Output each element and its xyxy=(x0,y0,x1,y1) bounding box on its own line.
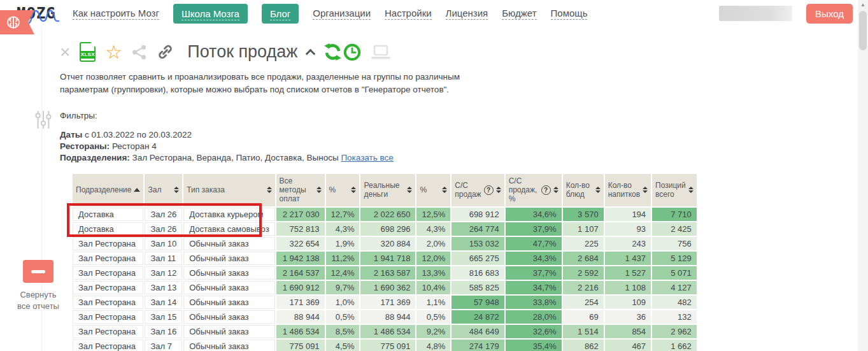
column-header-10[interactable]: Кол-во напитков xyxy=(605,174,651,206)
cell-value: 2 592 xyxy=(563,266,604,280)
cell-text: Зал Ресторана xyxy=(73,340,143,351)
cell-value: 482 xyxy=(652,296,697,309)
table-row[interactable]: Зал РесторанаЗал 14Обычный заказ171 3691… xyxy=(73,296,697,309)
nav-item-6[interactable]: Бюджет xyxy=(502,8,536,20)
cell-value: 2,0% xyxy=(416,237,450,250)
cell-value: 12,5% xyxy=(416,208,450,221)
cell-value: 69 xyxy=(563,310,604,324)
table-row[interactable]: ДоставкаЗал 26Доставка курьером2 217 030… xyxy=(73,208,697,221)
table-row[interactable]: Зал РесторанаЗал 15Обычный заказ88 9440,… xyxy=(73,310,697,324)
cell-value: 1 108 xyxy=(605,281,651,294)
share-icon[interactable] xyxy=(132,45,147,60)
help-icon[interactable]: ? xyxy=(484,185,494,195)
column-label: С/С продаж xyxy=(455,181,481,199)
sort-icon[interactable] xyxy=(351,187,356,193)
refresh-schedule-control[interactable] xyxy=(324,43,361,61)
column-header-8[interactable]: С/С продаж, %? xyxy=(506,174,562,206)
table-row[interactable]: Зал РесторанаЗал 11Обычный заказ1 942 13… xyxy=(73,252,697,265)
cell-value: 13,3% xyxy=(416,266,450,280)
sort-icon[interactable] xyxy=(595,187,601,193)
cell-value: 1 690 362 xyxy=(360,281,415,294)
nav-item-5[interactable]: Лицензия xyxy=(446,8,488,20)
cell-text: Зал Ресторана xyxy=(73,266,143,280)
table-row[interactable]: Зал РесторанаЗал 13Обычный заказ1 690 91… xyxy=(73,281,697,294)
sort-icon[interactable] xyxy=(267,187,272,193)
column-header-4[interactable]: % xyxy=(326,174,360,206)
nav-item-2[interactable]: Блог xyxy=(262,4,299,24)
link-icon[interactable] xyxy=(157,43,174,61)
column-label: % xyxy=(420,185,439,194)
cell-text: Зал Ресторана xyxy=(73,252,143,265)
export-xlsx-icon[interactable]: XLSX xyxy=(80,42,96,62)
filters-heading: Фильтры: xyxy=(60,111,853,120)
show-all-link[interactable]: Показать все xyxy=(341,153,393,162)
cell-value: 2 962 xyxy=(652,325,697,338)
table-row[interactable]: Зал РесторанаЗал 10Обычный заказ322 6541… xyxy=(73,237,697,250)
sort-icon[interactable] xyxy=(553,187,559,193)
column-header-3[interactable]: Все методы оплат xyxy=(276,174,325,206)
cell-value: 171 369 xyxy=(360,296,415,309)
scrollbar-up-arrow-icon[interactable]: ▲ xyxy=(858,0,868,10)
nav-item-7[interactable]: Помощь xyxy=(551,8,588,20)
cell-value: 11,2% xyxy=(326,252,360,265)
cell-value: 4,5% xyxy=(326,340,360,351)
column-header-11[interactable]: Позиций всего xyxy=(652,174,697,206)
xlsx-label: XLSX xyxy=(80,51,96,59)
cell-value: 4 127 xyxy=(652,281,697,294)
sort-icon[interactable] xyxy=(496,187,501,193)
filter-lines: Даты с 01.03.2022 по 20.03.2022 Ресторан… xyxy=(60,129,853,163)
cell-value: 1 941 718 xyxy=(360,252,415,265)
cell-text: Зал Ресторана xyxy=(73,310,143,324)
column-header-1[interactable]: Зал xyxy=(145,174,182,206)
sort-icon[interactable] xyxy=(317,187,322,193)
column-header-6[interactable]: % xyxy=(416,174,450,206)
cell-value: 9,2% xyxy=(416,325,450,338)
monitor-icon[interactable] xyxy=(371,45,391,60)
cell-text: Зал 7 xyxy=(145,340,182,351)
column-label: Подразделение xyxy=(76,185,131,194)
column-header-7[interactable]: С/С продаж? xyxy=(452,174,504,206)
cell-value: 34,7% xyxy=(506,281,562,294)
cell-text: Зал 12 xyxy=(145,266,182,280)
report-table-wrap: ПодразделениеЗалТип заказаВсе методы опл… xyxy=(71,173,853,351)
column-header-0[interactable]: Подразделение xyxy=(73,174,143,206)
table-row[interactable]: Зал РесторанаЗал 16Обычный заказ1 486 53… xyxy=(73,325,697,338)
vertical-scrollbar[interactable]: ▲ xyxy=(858,0,868,351)
cell-value: 467 xyxy=(605,340,651,351)
nav-item-3[interactable]: Организации xyxy=(313,8,371,20)
sort-icon[interactable] xyxy=(174,187,179,193)
nav-item-4[interactable]: Настройки xyxy=(385,8,432,20)
table-row[interactable]: Зал РесторанаЗал 7Обычный заказ775 0914,… xyxy=(73,340,697,351)
nav-item-1[interactable]: Школа Мозга xyxy=(173,4,248,24)
favorite-star-icon[interactable]: ☆ xyxy=(105,45,122,60)
sort-asc-icon[interactable] xyxy=(134,188,140,192)
sort-icon[interactable] xyxy=(442,187,447,193)
column-header-2[interactable]: Тип заказа xyxy=(183,174,274,206)
cell-value: 698 296 xyxy=(360,222,415,236)
cell-value: 5 129 xyxy=(652,252,697,265)
collapse-all-button[interactable] xyxy=(23,260,53,283)
column-header-9[interactable]: Кол-во блюд xyxy=(563,174,604,206)
cell-value: 1 527 xyxy=(605,266,651,280)
table-row[interactable]: ДоставкаЗал 26Доставка самовывоз752 8134… xyxy=(73,222,697,236)
column-label: С/С продаж, % xyxy=(509,176,539,204)
nav-item-0[interactable]: Как настроить Мозг xyxy=(73,8,159,20)
cell-value: 698 912 xyxy=(452,208,504,221)
cell-text: Доставка xyxy=(73,222,143,236)
sort-icon[interactable] xyxy=(643,187,648,193)
logout-button[interactable]: Выход xyxy=(806,4,853,24)
scrollbar-thumb[interactable] xyxy=(859,11,867,50)
table-row[interactable]: Зал РесторанаЗал 12Обычный заказ2 164 53… xyxy=(73,266,697,280)
sort-icon[interactable] xyxy=(407,187,412,193)
cell-value: 1 514 xyxy=(563,325,604,338)
cell-value: 243 xyxy=(605,237,651,250)
collapse-report-chevron-icon[interactable] xyxy=(306,49,316,59)
cell-value: 4,3% xyxy=(416,222,450,236)
close-icon[interactable]: × xyxy=(60,46,70,59)
column-label: Тип заказа xyxy=(187,185,264,194)
help-icon[interactable]: ? xyxy=(541,185,551,195)
sort-icon[interactable] xyxy=(688,187,694,193)
cell-value: 34,3% xyxy=(506,252,562,265)
column-header-5[interactable]: Реальные деньги xyxy=(360,174,415,206)
cell-value: 225 xyxy=(563,237,604,250)
